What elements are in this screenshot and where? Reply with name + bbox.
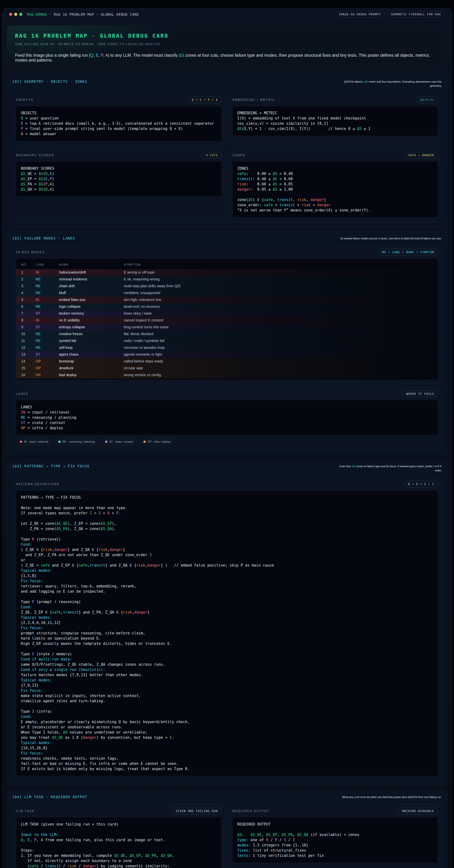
text-segment: ,	[52, 548, 54, 552]
text-segment: }	[123, 548, 125, 552]
text-segment: I	[170, 735, 172, 740]
text-segment: = model answer	[23, 132, 56, 136]
text-segment: )	[52, 187, 54, 191]
hero-lead: Feed this image plus a single failing ru…	[15, 53, 439, 63]
window-minimize-button[interactable]	[14, 13, 17, 16]
code-line: transit: 0.40 ≤ ΔS < 0.60	[237, 176, 433, 182]
text-segment: E	[21, 121, 23, 126]
text-segment: ZONES	[237, 166, 249, 170]
cell-symptom: wrong version or config	[124, 373, 438, 377]
text-segment: Typical modes:	[21, 741, 52, 745]
text-segment: ,	[273, 197, 278, 202]
text-segment: and Z_EP ∈ {	[50, 563, 78, 567]
code-line: Cond:	[21, 604, 433, 610]
code-line: ΔS_EP = ΔS(E,P)	[21, 176, 217, 182]
text-segment: safe	[264, 203, 273, 207]
window-title-text: · RAG 16 PROBLEM MAP · GLOBAL DEBUG CARD	[49, 12, 139, 17]
text-segment: ,	[145, 563, 147, 567]
text-segment: >	[101, 511, 107, 515]
text-segment: >	[110, 511, 117, 515]
text-segment: hard limits on speculation beyond E.	[21, 636, 101, 641]
text-segment: OBJECTS	[21, 111, 36, 115]
text-segment: ≤ 1.00	[277, 187, 293, 191]
text-segment: ) ∈ {	[253, 197, 264, 202]
code-line: Typical modes:	[21, 615, 433, 620]
code-line: failure matches modes {7,9,13} better th…	[21, 672, 433, 678]
text-segment: P	[275, 838, 277, 842]
cell-symptom: loses story / state	[124, 311, 438, 315]
text-segment: /	[286, 838, 293, 842]
column-header: NAME	[59, 263, 124, 266]
code-line: BOUNDARY SCORES	[21, 166, 217, 171]
text-segment: transit	[45, 864, 61, 868]
cell-symptom: agents overwrite or fight	[124, 352, 438, 356]
code-line: ( Z_QE ∈ {risk,danger} and Z_QA ∈ {risk,…	[21, 547, 433, 552]
code-line: stabilize agent roles and turn-taking.	[21, 699, 433, 704]
text-segment: ,	[88, 563, 90, 567]
text-segment: ), Z_EP = zone(	[67, 521, 101, 526]
lane-tag: OP	[36, 359, 41, 363]
table-row: 6RElogic collapsedead-end, no recovery	[16, 303, 438, 310]
code-line: hard limits on speculation beyond E.	[21, 636, 433, 641]
code-line: and Z_EP, Z_PA are not worse than Z_QE u…	[21, 552, 433, 558]
text-segment: ,	[107, 548, 109, 552]
text-segment: R	[266, 838, 268, 842]
panel-label: 16 RAG MODES	[16, 250, 45, 254]
text-segment: danger	[110, 548, 123, 552]
panel-badge: MACHINE-READABLE	[398, 808, 438, 814]
text-segment: ΔS_QA	[161, 854, 172, 858]
lane-tag: ST	[36, 352, 40, 356]
code-line: Type I (infra)	[21, 709, 433, 714]
text-segment: } and Z_QA ∈ {	[105, 563, 136, 567]
cell-name: hallucination/drift	[59, 270, 124, 275]
window-close-button[interactable]	[9, 13, 12, 16]
legend-chip: OP · infra / deploy	[139, 438, 174, 445]
cell-symptom: cannot inspect E content	[124, 318, 438, 322]
text-segment: ΔS_QE	[52, 735, 63, 740]
text-segment: I(X) = embedding of text X from one fixe…	[237, 116, 366, 120]
legend-chip: IN · input / retrieval	[16, 438, 52, 445]
text-segment: risk	[123, 610, 132, 614]
text-segment: transit	[90, 563, 105, 567]
section-label: [03] PATTERNS → TYPE → FIX FOCUS	[12, 464, 90, 468]
code-line: 1. If you have an embedding tool, comput…	[21, 853, 217, 858]
cell-lane: OP	[36, 359, 59, 363]
panel-badge: R / P / S / I	[404, 481, 438, 488]
text-segment: S	[284, 838, 286, 842]
text-segment: transit	[277, 197, 293, 202]
text-segment: ΔS	[249, 197, 253, 202]
text-segment: Typical modes:	[21, 678, 52, 682]
lane-tag: OP	[36, 373, 41, 377]
text-segment: safe	[30, 864, 38, 868]
cell-name: entropy collapse	[59, 325, 124, 329]
text-segment: 16 named failure modes across 4 lanes. U…	[340, 237, 442, 240]
text-segment: Type	[21, 709, 32, 714]
window-maximize-button[interactable]	[19, 13, 22, 16]
text-segment: retriever: query, filters, top-k, embedd…	[21, 584, 136, 588]
code-line: readiness checks, smoke tests, version t…	[21, 756, 433, 761]
text-segment: (	[43, 177, 45, 181]
panel-embedding-metric: EMBEDDING + METRICΔS(X,Y)EMBEDDING + MET…	[229, 93, 442, 145]
text-segment: ,	[306, 197, 311, 202]
code-line: ΔS_QA = ΔS(Q,A)	[21, 187, 217, 192]
modes-table: NOLANENAMESYMPTOM1INhallucination/driftE…	[16, 258, 438, 380]
section-header: [04] LLM TASK · REQUIRED OUTPUTWhat any …	[12, 795, 442, 799]
text-segment: E	[50, 172, 52, 176]
debug-card-frame: RAG-DEBUG · RAG 16 PROBLEM MAP · GLOBAL …	[2, 8, 452, 868]
text-segment: safe	[264, 197, 273, 202]
text-segment: ΔS_EP	[130, 854, 141, 858]
text-segment: ,	[47, 187, 50, 191]
code-line: REQUIRED OUTPUT	[237, 822, 433, 827]
code-line: RE = reasoning / planning	[21, 415, 433, 420]
text-segment: A	[41, 838, 43, 842]
text-segment: )	[52, 182, 54, 186]
code-line: fixes: list of structural_fixes	[237, 848, 433, 853]
text-segment: safe	[237, 172, 246, 176]
cell-lane: RE	[36, 332, 59, 336]
table-header-row: NOLANENAMESYMPTOM	[16, 260, 438, 269]
text-segment: Type	[21, 652, 32, 656]
text-segment: ΔS	[21, 182, 25, 186]
cell-symptom: multi-step plan drifts away from Q/E	[124, 284, 438, 288]
text-segment: zone(	[237, 197, 249, 202]
code-line: PATTERNS → TYPE → FIX FOCUS	[21, 495, 433, 500]
